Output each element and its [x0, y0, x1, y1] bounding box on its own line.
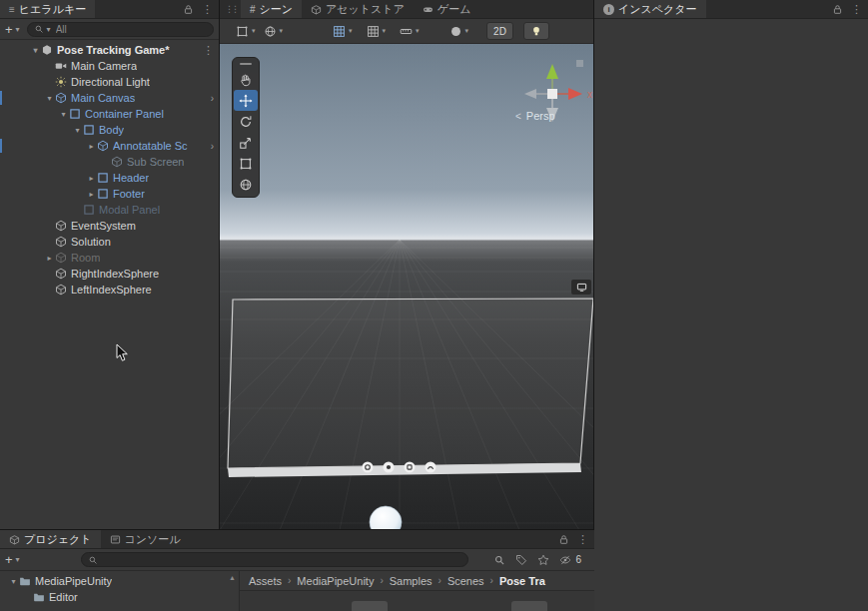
2d-view-toggle[interactable]: 2D	[486, 22, 513, 40]
folder-item-mediapipeunity[interactable]: ▾ MediaPipeUnity	[0, 573, 239, 589]
grid-snap-dropdown[interactable]: ▾	[363, 22, 391, 41]
breadcrumb-item[interactable]: MediaPipeUnity	[297, 575, 374, 587]
tab-project[interactable]: プロジェクト	[0, 530, 101, 548]
lock-icon[interactable]	[183, 4, 194, 15]
breadcrumb-item-current[interactable]: Pose Tra	[499, 575, 545, 587]
project-search-input[interactable]	[101, 553, 461, 566]
asset-thumbnail[interactable]	[511, 601, 547, 611]
scene-view-panel: ⋮⋮ # シーン アセットストア ゲーム ▾ ▾ ▾	[220, 0, 594, 529]
scene-lighting-toggle[interactable]	[523, 22, 549, 40]
create-button[interactable]: +	[5, 23, 13, 36]
shading-mode-dropdown[interactable]: ▾	[445, 22, 473, 41]
tab-console[interactable]: コンソール	[101, 530, 190, 548]
breadcrumb-item[interactable]: Assets	[249, 575, 282, 587]
asset-thumbnail[interactable]	[352, 601, 388, 611]
hierarchy-item-solution[interactable]: Solution	[0, 234, 219, 250]
project-panel: プロジェクト コンソール ⋮ + ▾ 6	[0, 529, 594, 611]
favorite-star-icon[interactable]	[537, 554, 549, 566]
tab-hierarchy[interactable]: ≡ ヒエラルキー	[0, 0, 95, 18]
increment-snap-dropdown[interactable]: ▾	[396, 22, 424, 41]
hierarchy-item-body[interactable]: ▾ Body	[0, 122, 219, 138]
search-by-type-icon[interactable]	[493, 554, 505, 566]
expand-arrow[interactable]: ▸	[86, 190, 97, 199]
hierarchy-item-footer[interactable]: ▸ Footer	[0, 186, 219, 202]
prefab-open-chevron[interactable]: ›	[211, 141, 214, 152]
neg-x-axis-cone[interactable]	[524, 89, 536, 99]
expand-arrow[interactable]: ▸	[44, 254, 55, 263]
expand-arrow[interactable]: ▾	[58, 110, 69, 119]
expand-arrow[interactable]: ▾	[8, 577, 19, 586]
folder-item-editor[interactable]: Editor	[0, 589, 239, 605]
hierarchy-item-rightindexsphere[interactable]: RightIndexSphere	[0, 266, 219, 282]
rect-transform-icon	[69, 108, 81, 120]
create-dropdown-caret[interactable]: ▾	[16, 555, 20, 564]
hierarchy-item-leftindexsphere[interactable]: LeftIndexSphere	[0, 282, 219, 298]
grid-visibility-dropdown[interactable]: ▾	[329, 22, 357, 41]
item-label: Header	[113, 172, 149, 184]
hierarchy-item-directional-light[interactable]: Directional Light	[0, 74, 219, 90]
breadcrumb-item[interactable]: Scenes	[447, 575, 484, 587]
hierarchy-item-eventsystem[interactable]: EventSystem	[0, 218, 219, 234]
folder-label: Editor	[49, 591, 78, 603]
rotate-tool-button[interactable]	[234, 111, 258, 132]
hierarchy-search-input[interactable]	[54, 23, 207, 36]
hierarchy-searchbox[interactable]: ▾	[27, 22, 214, 37]
hierarchy-item-room[interactable]: ▸ Room	[0, 250, 219, 266]
rect-tool-button[interactable]	[234, 153, 258, 174]
item-label: RightIndexSphere	[71, 268, 159, 280]
search-filter-caret[interactable]: ▾	[47, 25, 51, 34]
hierarchy-item-main-canvas[interactable]: ▾ Main Canvas ›	[0, 90, 219, 106]
hidden-packages-count[interactable]: 6	[575, 554, 581, 565]
scale-tool-button[interactable]	[234, 132, 258, 153]
prefab-open-chevron[interactable]: ›	[211, 93, 214, 104]
tab-asset-store[interactable]: アセットストア	[302, 0, 414, 18]
gizmo-center-cube[interactable]	[547, 89, 557, 99]
hierarchy-item-sub-screen[interactable]: Sub Screen	[0, 154, 219, 170]
breadcrumb-item[interactable]: Samples	[390, 575, 433, 587]
panel-menu-icon[interactable]: ⋮	[851, 3, 862, 16]
info-icon: i	[603, 4, 614, 15]
tab-scene[interactable]: # シーン	[241, 0, 302, 18]
expand-arrow[interactable]: ▾	[72, 126, 83, 135]
expand-arrow[interactable]: ▸	[86, 174, 97, 183]
expand-arrow[interactable]: ▾	[30, 46, 41, 55]
expand-arrow[interactable]: ▾	[44, 94, 55, 103]
move-icon	[239, 94, 253, 108]
panel-menu-icon[interactable]: ⋮	[202, 3, 213, 16]
lock-icon[interactable]	[558, 534, 569, 545]
create-button[interactable]: +	[5, 553, 13, 566]
y-axis-cone[interactable]	[546, 64, 558, 79]
scene-canvas[interactable]: x < Persp	[220, 44, 594, 529]
hidden-packages-eye-icon[interactable]	[559, 554, 571, 566]
tab-game[interactable]: ゲーム	[414, 0, 480, 18]
lock-icon[interactable]	[832, 4, 843, 15]
hierarchy-item-container-panel[interactable]: ▾ Container Panel	[0, 106, 219, 122]
panel-menu-icon[interactable]: ⋮	[577, 533, 588, 546]
handle-orientation-dropdown[interactable]: ▾	[260, 22, 288, 41]
scene-menu-icon[interactable]: ⋮	[203, 44, 214, 57]
x-axis-cone[interactable]	[568, 88, 582, 100]
tab-inspector[interactable]: i インスペクター	[594, 0, 706, 18]
scrollbar-up-arrow[interactable]: ▲	[229, 574, 236, 581]
hierarchy-item-scene-root[interactable]: ▾ Pose Tracking Game* ⋮	[0, 42, 219, 58]
hierarchy-item-modal-panel[interactable]: Modal Panel	[0, 202, 219, 218]
project-searchbox[interactable]	[81, 552, 468, 567]
tab-drag-handle[interactable]: ⋮⋮	[220, 0, 241, 18]
item-label: Directional Light	[71, 76, 150, 88]
hand-tool-button[interactable]	[234, 69, 258, 90]
label-tag-icon[interactable]	[515, 554, 527, 566]
create-dropdown-caret[interactable]: ▾	[16, 25, 20, 34]
asset-grid[interactable]	[240, 591, 594, 611]
camera-preview-chip[interactable]	[571, 280, 591, 295]
hierarchy-item-header[interactable]: ▸ Header	[0, 170, 219, 186]
pivot-mode-dropdown[interactable]: ▾	[232, 22, 260, 41]
overlay-grip[interactable]	[240, 63, 252, 65]
move-tool-button[interactable]	[234, 90, 258, 111]
perspective-label[interactable]: < Persp	[515, 110, 555, 122]
hierarchy-item-main-camera[interactable]: Main Camera	[0, 58, 219, 74]
hierarchy-icon: ≡	[9, 4, 15, 15]
orientation-gizmo[interactable]: x	[502, 56, 594, 134]
expand-arrow[interactable]: ▸	[86, 142, 97, 151]
hierarchy-item-annotatable-screen[interactable]: ▸ Annotatable Sc ›	[0, 138, 219, 154]
transform-tool-button[interactable]	[234, 174, 258, 195]
